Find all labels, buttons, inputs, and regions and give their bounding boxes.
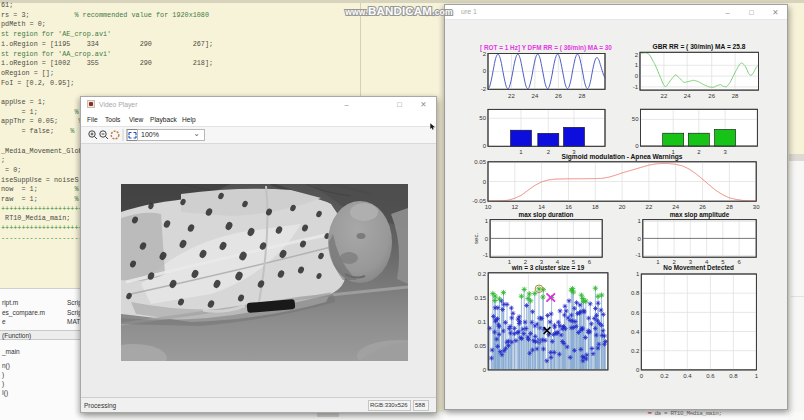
svg-text:16: 16 — [565, 204, 572, 210]
svg-text:0: 0 — [637, 236, 641, 242]
svg-text:max slop amplitude: max slop amplitude — [670, 211, 730, 219]
svg-text:20: 20 — [619, 204, 626, 210]
svg-text:0.2: 0.2 — [478, 271, 487, 277]
svg-text:18: 18 — [592, 204, 599, 210]
svg-text:3: 3 — [723, 149, 727, 155]
svg-text:-1: -1 — [633, 84, 639, 90]
svg-text:-2: -2 — [481, 86, 487, 92]
svg-text:1: 1 — [637, 218, 641, 224]
svg-text:0: 0 — [485, 236, 489, 242]
svg-text:0.1: 0.1 — [478, 319, 487, 325]
svg-text:0.2: 0.2 — [660, 373, 669, 379]
svg-text:28: 28 — [579, 93, 586, 99]
svg-text:[ ROT = 1 Hz] Y DFM RR = ( 36: [ ROT = 1 Hz] Y DFM RR = ( 36/min) MA = … — [480, 44, 612, 52]
svg-text:sec.: sec. — [473, 233, 479, 244]
svg-text:26: 26 — [708, 93, 715, 99]
svg-text:0: 0 — [483, 367, 487, 373]
svg-text:24: 24 — [672, 204, 679, 210]
svg-text:0.6: 0.6 — [706, 373, 715, 379]
svg-text:0: 0 — [483, 143, 487, 149]
svg-text:50: 50 — [479, 115, 486, 121]
svg-text:0: 0 — [635, 143, 639, 149]
svg-text:14: 14 — [538, 204, 545, 210]
svg-text:0: 0 — [483, 179, 487, 185]
svg-text:0.8: 0.8 — [631, 290, 640, 296]
svg-text:1: 1 — [635, 62, 639, 68]
svg-text:22: 22 — [646, 204, 653, 210]
svg-text:26: 26 — [699, 204, 706, 210]
svg-text:2: 2 — [635, 52, 639, 58]
svg-text:1: 1 — [519, 149, 523, 155]
svg-text:1: 1 — [656, 259, 660, 265]
svg-text:24: 24 — [684, 93, 691, 99]
svg-text:6: 6 — [737, 259, 741, 265]
svg-text:0.05: 0.05 — [474, 159, 486, 165]
svg-text:0.2: 0.2 — [631, 348, 640, 354]
svg-text:22: 22 — [508, 93, 515, 99]
svg-text:0.15: 0.15 — [475, 295, 487, 301]
svg-text:Sigmoid modulation - Apnea War: Sigmoid modulation - Apnea Warnings — [562, 153, 683, 161]
svg-text:50: 50 — [632, 116, 639, 122]
svg-text:6: 6 — [588, 259, 592, 265]
svg-text:28: 28 — [732, 93, 739, 99]
svg-text:0: 0 — [635, 73, 639, 79]
svg-text:0: 0 — [483, 68, 487, 74]
svg-text:0.8: 0.8 — [729, 373, 738, 379]
svg-text:1: 1 — [485, 218, 489, 224]
svg-text:2: 2 — [697, 149, 701, 155]
svg-text:0.4: 0.4 — [683, 373, 692, 379]
svg-text:28: 28 — [726, 204, 733, 210]
svg-text:GBR RR = ( 30/min) MA = 25.8: GBR RR = ( 30/min) MA = 25.8 — [653, 43, 746, 51]
svg-text:30: 30 — [753, 204, 760, 210]
svg-text:No Movement Detected: No Movement Detected — [663, 264, 734, 271]
svg-text:0.05: 0.05 — [475, 343, 487, 349]
svg-text:0: 0 — [640, 373, 644, 379]
svg-text:0.4: 0.4 — [631, 329, 640, 335]
svg-text:max slop duration: max slop duration — [518, 211, 573, 219]
svg-text:24: 24 — [532, 93, 539, 99]
svg-text:22: 22 — [661, 93, 668, 99]
svg-text:1: 1 — [755, 373, 759, 379]
svg-text:2: 2 — [483, 51, 487, 57]
svg-text:1: 1 — [636, 271, 640, 277]
svg-text:26: 26 — [555, 93, 562, 99]
svg-text:2: 2 — [547, 149, 551, 155]
svg-text:0.6: 0.6 — [631, 310, 640, 316]
svg-text:-1: -1 — [635, 252, 641, 258]
svg-text:10: 10 — [485, 204, 492, 210]
svg-text:12: 12 — [511, 204, 518, 210]
svg-text:-1: -1 — [483, 252, 489, 258]
svg-text:win = 3 cluster size = 19: win = 3 cluster size = 19 — [511, 264, 585, 271]
